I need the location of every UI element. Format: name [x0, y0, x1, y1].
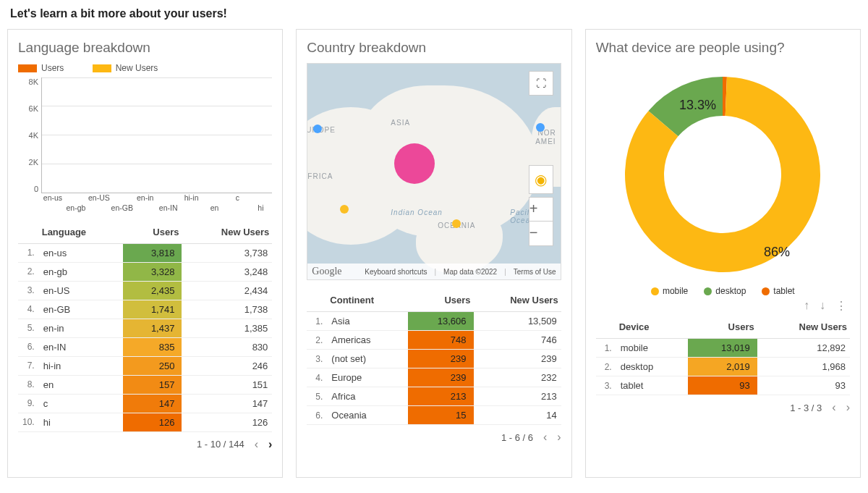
map-label-na2: AMEI — [535, 138, 556, 146]
map-bubble-americas[interactable] — [536, 123, 545, 132]
cell-device: desktop — [616, 358, 688, 376]
table-row[interactable]: 6.en-IN835830 — [18, 337, 272, 356]
xlabel: en-us — [41, 193, 64, 202]
row-index: 3. — [307, 350, 327, 368]
pager-range: 1 - 10 / 144 — [197, 439, 244, 450]
ytick: 2K — [18, 158, 38, 167]
table-row[interactable]: 7.hi-in250246 — [18, 356, 272, 375]
cell-new-users: 151 — [182, 375, 272, 394]
pager-next-icon[interactable]: › — [268, 438, 272, 451]
table-row[interactable]: 1.Asia13,60613,509 — [307, 312, 561, 331]
cell-users: 250 — [123, 356, 182, 375]
page-title: Let's learn a bit more about your users! — [10, 7, 861, 20]
cell-new-users: 126 — [182, 413, 272, 431]
row-index: 3. — [596, 376, 616, 395]
col-header-users[interactable]: Users — [688, 317, 757, 339]
cell-language: en-GB — [39, 300, 123, 319]
cell-new-users: 14 — [474, 406, 561, 425]
xlabel: hi — [249, 203, 272, 212]
fullscreen-icon[interactable]: ⛶ — [529, 71, 553, 96]
row-index: 2. — [596, 358, 616, 376]
xlabel: en-gb — [64, 203, 88, 212]
google-logo: Google — [312, 266, 341, 277]
bar-chart-xlabels: en-usen-gben-USen-GBen-inen-INhi-inenchi — [41, 193, 272, 215]
cell-new-users: 830 — [182, 337, 272, 356]
map-bubble-asia[interactable] — [394, 143, 435, 184]
row-index: 8. — [18, 375, 39, 394]
pager-prev-icon[interactable]: ‹ — [832, 401, 835, 414]
cell-continent: Americas — [327, 331, 408, 350]
col-header-users[interactable]: Users — [408, 290, 474, 312]
table-row[interactable]: 2.Americas748746 — [307, 331, 561, 350]
cell-continent: Africa — [327, 387, 408, 406]
cell-language: c — [39, 394, 123, 413]
cell-new-users: 93 — [757, 376, 850, 395]
row-index: 6. — [307, 406, 327, 425]
row-index: 7. — [18, 356, 39, 375]
pager-next-icon[interactable]: › — [557, 431, 561, 444]
table-row[interactable]: 3.tablet9393 — [596, 376, 850, 395]
language-card-title: Language breakdown — [18, 40, 272, 56]
pager-next-icon[interactable]: › — [846, 401, 850, 414]
row-index: 2. — [307, 331, 327, 350]
pager-prev-icon[interactable]: ‹ — [543, 431, 547, 444]
table-row[interactable]: 5.en-in1,4371,385 — [18, 319, 272, 337]
col-header-continent[interactable]: Continent — [327, 290, 408, 312]
row-index: 10. — [18, 413, 39, 431]
more-options-icon[interactable]: ⋮ — [835, 299, 847, 313]
row-index: 3. — [18, 281, 39, 300]
cell-new-users: 3,248 — [182, 262, 272, 281]
sort-down-icon[interactable]: ↓ — [820, 299, 825, 313]
cell-users: 3,818 — [123, 243, 182, 262]
cell-new-users: 2,434 — [182, 281, 272, 300]
table-row[interactable]: 9.c147147 — [18, 394, 272, 413]
table-row[interactable]: 3.en-US2,4352,434 — [18, 281, 272, 300]
table-row[interactable]: 2.en-gb3,3283,248 — [18, 262, 272, 281]
table-row[interactable]: 4.Europe239232 — [307, 368, 561, 387]
cell-continent: Oceania — [327, 406, 408, 425]
table-row[interactable]: 2.desktop2,0191,968 — [596, 358, 850, 376]
xlabel: en-IN — [157, 203, 180, 212]
pegman-icon[interactable]: ◉ — [529, 165, 553, 194]
col-header-users[interactable]: Users — [123, 222, 182, 244]
map-label-asia: ASIA — [391, 119, 410, 127]
table-row[interactable]: 4.en-GB1,7411,738 — [18, 300, 272, 319]
ytick: 8K — [18, 77, 38, 86]
zoom-in-icon[interactable]: + — [529, 197, 553, 222]
map-shortcuts-link[interactable]: Keyboard shortcuts — [365, 268, 427, 276]
cell-users: 13,606 — [408, 312, 474, 331]
row-index: 5. — [18, 319, 39, 337]
table-row[interactable]: 8.en157151 — [18, 375, 272, 394]
table-row[interactable]: 5.Africa213213 — [307, 387, 561, 406]
cell-new-users: 12,892 — [757, 339, 850, 358]
row-index: 5. — [307, 387, 327, 406]
table-row[interactable]: 6.Oceania1514 — [307, 406, 561, 425]
col-header-language[interactable]: Language — [39, 222, 123, 244]
table-row[interactable]: 1.mobile13,01912,892 — [596, 339, 850, 358]
cell-users: 835 — [123, 337, 182, 356]
legend-label-new-users: New Users — [116, 63, 158, 73]
xlabel: en-GB — [111, 203, 134, 212]
row-index: 4. — [307, 368, 327, 387]
cell-users: 1,437 — [123, 319, 182, 337]
col-header-new-users[interactable]: New Users — [757, 317, 850, 339]
table-row[interactable]: 3.(not set)239239 — [307, 350, 561, 368]
col-header-device[interactable]: Device — [616, 317, 688, 339]
cell-device: mobile — [616, 339, 688, 358]
country-map[interactable]: ASIA UROPE FRICA OCEANIA NOR AMEI Indian… — [307, 63, 561, 280]
map-terms-link[interactable]: Terms of Use — [514, 268, 556, 276]
language-table: Language Users New Users 1.en-us3,8183,7… — [18, 222, 272, 432]
col-header-new-users[interactable]: New Users — [182, 222, 272, 244]
col-header-new-users[interactable]: New Users — [474, 290, 561, 312]
cell-users: 748 — [408, 331, 474, 350]
table-row[interactable]: 1.en-us3,8183,738 — [18, 243, 272, 262]
cell-new-users: 746 — [474, 331, 561, 350]
cell-language: en-us — [39, 243, 123, 262]
cell-users: 3,328 — [123, 262, 182, 281]
sort-up-icon[interactable]: ↑ — [804, 299, 809, 313]
table-row[interactable]: 10.hi126126 — [18, 413, 272, 431]
pager-prev-icon[interactable]: ‹ — [255, 438, 258, 451]
zoom-out-icon[interactable]: − — [529, 222, 553, 246]
device-card: What device are people using? 13.3% 86% … — [585, 29, 861, 478]
cell-language: hi — [39, 413, 123, 431]
